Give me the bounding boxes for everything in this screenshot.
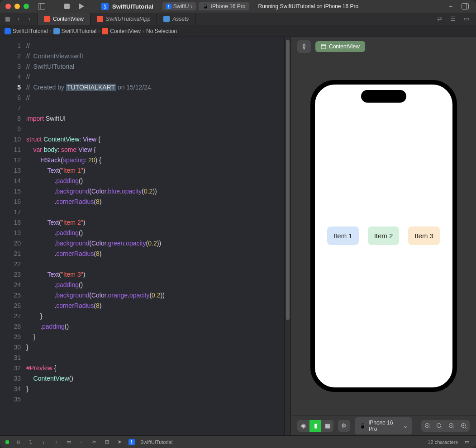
add-button[interactable]: ＋ [445, 2, 456, 11]
line-number: 1 [0, 41, 21, 51]
device-settings-button[interactable]: ⚙ [338, 420, 350, 432]
line-number: 27 [0, 311, 21, 321]
environment-icon[interactable]: ⊞ [103, 439, 110, 446]
code-line[interactable]: // SwiftUITutorial [26, 61, 284, 72]
line-number: 22 [0, 259, 21, 269]
zoom-in-button[interactable] [457, 420, 470, 432]
spray-icon[interactable]: ✂ [90, 439, 98, 446]
scroll-thumb[interactable] [286, 40, 290, 320]
zoom-fit-button[interactable]: = [446, 420, 458, 432]
code-line[interactable] [26, 353, 284, 363]
line-number: 6 [0, 93, 21, 103]
zoom-out-button[interactable] [421, 420, 433, 432]
location-icon[interactable]: ➤ [116, 439, 123, 446]
selectable-button[interactable]: ▮ [309, 420, 322, 432]
maximize-button[interactable] [24, 4, 29, 9]
status-project[interactable]: SwiftUITutorial [140, 439, 172, 445]
preview-canvas[interactable]: Item 1 Item 2 Item 3 [291, 56, 476, 415]
code-line[interactable]: .cornerRadius(8) [26, 197, 284, 207]
project-title: SwiftUITutorial [112, 3, 153, 10]
minimize-button[interactable] [14, 4, 20, 9]
code-line[interactable] [26, 394, 284, 405]
project-icon [5, 28, 11, 34]
nav-forward-icon[interactable]: › [24, 14, 34, 24]
line-number: 34 [0, 384, 21, 394]
step-out-icon[interactable]: ↑ [52, 439, 60, 446]
line-number: 20 [0, 238, 21, 249]
code-line[interactable]: .background(Color.green.opacity(0.2)) [26, 238, 284, 249]
step-into-icon[interactable]: ↓ [40, 439, 47, 446]
code-line[interactable]: #Preview { [26, 363, 284, 373]
memory-icon[interactable]: ▫ [78, 439, 85, 446]
line-number: 21 [0, 249, 21, 259]
status-chars: 12 characters [428, 439, 458, 445]
scheme-selector[interactable]: ⟆SwiftU › 📱 iPhone 16 Pro [162, 2, 249, 10]
refresh-icon[interactable]: ⇄ [434, 14, 444, 24]
code-line[interactable]: Text("Item 1") [26, 165, 284, 176]
code-editor[interactable]: 1234567891011121314151617181920212223242… [0, 37, 290, 435]
code-line[interactable]: import SwiftUI [26, 113, 284, 124]
preview-device-selector[interactable]: 📱 iPhone 16 Pro ⌄ [355, 417, 413, 434]
code-line[interactable] [26, 207, 284, 217]
code-line[interactable]: } [26, 342, 284, 353]
editor-scrollbar[interactable] [284, 37, 290, 435]
breadcrumb-item[interactable]: SwiftUITutorial [13, 28, 48, 34]
code-line[interactable]: // ContentView.swift [26, 51, 284, 61]
code-line[interactable]: } [26, 384, 284, 394]
code-line[interactable]: var body: some View { [26, 145, 284, 155]
debug-view-icon[interactable]: ▭ [65, 439, 72, 446]
breadcrumb-item[interactable]: No Selection [146, 28, 177, 34]
code-line[interactable]: } [26, 332, 284, 342]
line-number: 9 [0, 124, 21, 134]
related-items-icon[interactable]: ▦ [3, 14, 13, 24]
code-line[interactable]: // [26, 41, 284, 51]
code-line[interactable]: HStack(spacing: 20) { [26, 155, 284, 165]
code-line[interactable]: .cornerRadius(8) [26, 249, 284, 259]
code-line[interactable]: .background(Color.blue.opacity(0.2)) [26, 186, 284, 197]
tab-assets[interactable]: Assets [157, 13, 195, 25]
breadcrumb-item[interactable]: SwiftUITutorial [62, 28, 97, 34]
adjust-editor-icon[interactable]: ☰ [448, 14, 458, 24]
code-line[interactable]: .cornerRadius(8) [26, 301, 284, 311]
svg-marker-3 [79, 3, 84, 9]
code-line[interactable]: .padding() [26, 321, 284, 332]
live-button[interactable]: ◉ [297, 420, 309, 432]
code-content[interactable]: //// ContentView.swift// SwiftUITutorial… [26, 37, 284, 435]
pause-icon[interactable]: ⏸ [14, 439, 22, 446]
code-line[interactable]: .padding() [26, 228, 284, 238]
code-line[interactable]: .background(Color.orange.opacity(0.2)) [26, 290, 284, 301]
run-button[interactable] [76, 2, 87, 11]
editor-layout-icon[interactable]: ▭ [462, 14, 471, 24]
variants-button[interactable]: ▦ [321, 420, 333, 432]
code-line[interactable] [26, 124, 284, 134]
code-line[interactable]: struct ContentView: View { [26, 134, 284, 145]
line-number: 30 [0, 342, 21, 353]
code-line[interactable] [26, 103, 284, 113]
code-line[interactable]: ContentView() [26, 373, 284, 384]
svg-text:=: = [450, 424, 452, 427]
code-line[interactable]: // [26, 72, 284, 82]
pin-button[interactable] [297, 40, 311, 53]
code-line[interactable]: // Created by TUTORIALKART on 15/12/24. [26, 82, 284, 93]
code-line[interactable]: Text("Item 3") [26, 269, 284, 280]
library-button[interactable] [460, 2, 471, 11]
nav-back-icon[interactable]: ‹ [14, 14, 24, 24]
code-line[interactable]: .padding() [26, 280, 284, 290]
code-line[interactable]: } [26, 311, 284, 321]
tab-swiftuitutorialapp[interactable]: SwiftUITutorialApp [90, 13, 157, 25]
preview-name: ContentView [329, 43, 360, 50]
console-toggle-icon[interactable]: ▭ [463, 439, 471, 446]
breadcrumb-item[interactable]: ContentView [110, 28, 141, 34]
tab-contentview[interactable]: ContentView [38, 13, 90, 25]
step-over-icon[interactable]: ⤵ [27, 439, 34, 446]
close-button[interactable] [5, 4, 11, 9]
code-line[interactable]: // [26, 93, 284, 103]
code-line[interactable]: .padding() [26, 176, 284, 186]
code-line[interactable]: Text("Item 2") [26, 217, 284, 228]
preview-name-chip[interactable]: ContentView [315, 41, 365, 52]
zoom-actual-button[interactable] [433, 420, 446, 432]
dynamic-island [361, 90, 406, 103]
code-line[interactable] [26, 259, 284, 269]
sidebar-toggle-icon[interactable] [36, 2, 47, 11]
stop-button[interactable] [62, 2, 72, 11]
